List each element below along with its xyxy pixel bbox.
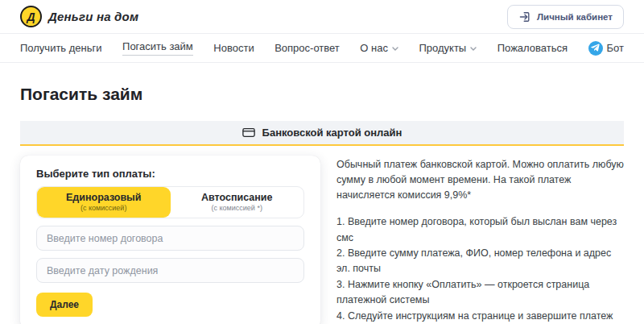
payment-method-banner[interactable]: Банковской картой онлайн <box>20 121 624 146</box>
instruction-step: 1. Введите номер договора, который был в… <box>336 214 624 246</box>
nav-item-get-money[interactable]: Получить деньги <box>20 42 102 54</box>
personal-account-label: Личный кабинет <box>537 12 613 22</box>
nav-item-faq[interactable]: Вопрос-ответ <box>275 42 340 54</box>
payment-method-label: Банковской картой онлайн <box>262 127 402 139</box>
nav-item-about[interactable]: О нас <box>360 42 398 54</box>
contract-number-input[interactable] <box>36 226 304 251</box>
tab-auto-debit[interactable]: Автосписание (с комиссией *) <box>171 187 304 218</box>
next-button[interactable]: Далее <box>36 293 93 317</box>
payment-form-card: Выберите тип оплаты: Единоразовый (с ком… <box>20 156 320 324</box>
payment-type-label: Выберите тип оплаты: <box>36 168 304 180</box>
chevron-down-icon <box>470 47 477 51</box>
logo-glyph: Д <box>27 11 35 23</box>
login-icon <box>518 10 531 23</box>
instruction-step: 2. Введите сумму платежа, ФИО, номер тел… <box>336 246 624 277</box>
top-header: Д Деньги на дом Личный кабинет <box>0 0 644 33</box>
personal-account-button[interactable]: Личный кабинет <box>507 5 624 29</box>
brand-name: Деньги на дом <box>48 10 138 23</box>
brand-logo-icon: Д <box>20 6 42 27</box>
chevron-down-icon <box>392 47 398 51</box>
instructions-steps: 1. Введите номер договора, который был в… <box>336 214 624 324</box>
nav-item-complain[interactable]: Пожаловаться <box>497 42 568 54</box>
nav-item-news[interactable]: Новости <box>213 42 254 54</box>
instructions-intro: Обычный платеж банковской картой. Можно … <box>336 157 624 202</box>
page-content: Погасить займ Банковской картой онлайн В… <box>0 85 644 324</box>
main-nav: Получить деньги Погасить займ Новости Во… <box>0 33 644 63</box>
payment-type-tabs: Единоразовый (с комиссией) Автосписание … <box>36 186 304 218</box>
nav-item-telegram-bot[interactable]: Бот <box>588 41 624 56</box>
instruction-step: 3. Нажмите кнопку «Оплатить» — откроется… <box>336 277 624 309</box>
bank-card-icon <box>242 127 255 138</box>
content-row: Выберите тип оплаты: Единоразовый (с ком… <box>20 156 624 324</box>
instruction-step: 4. Следуйте инструкциям на странице и за… <box>336 309 624 324</box>
nav-item-products[interactable]: Продукты <box>419 42 477 54</box>
page-title: Погасить займ <box>20 85 624 104</box>
birth-date-input[interactable] <box>36 258 304 283</box>
tab-one-time-payment[interactable]: Единоразовый (с комиссией) <box>37 187 171 218</box>
brand-logo[interactable]: Д Деньги на дом <box>20 6 138 27</box>
nav-item-repay-loan[interactable]: Погасить займ <box>122 40 193 56</box>
payment-instructions: Обычный платеж банковской картой. Можно … <box>336 156 624 324</box>
telegram-icon <box>588 41 603 56</box>
